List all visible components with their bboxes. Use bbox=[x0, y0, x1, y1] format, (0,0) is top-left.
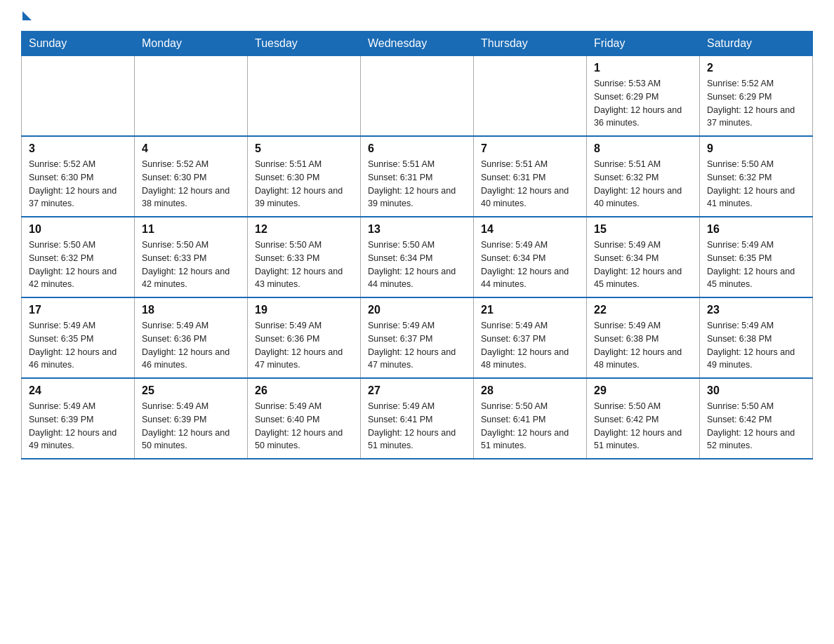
day-of-week-header: Friday bbox=[587, 32, 700, 56]
calendar-cell: 26Sunrise: 5:49 AM Sunset: 6:40 PM Dayli… bbox=[248, 378, 361, 459]
day-number: 1 bbox=[594, 62, 692, 74]
calendar-cell bbox=[22, 56, 135, 137]
day-of-week-header: Monday bbox=[135, 32, 248, 56]
calendar-cell: 30Sunrise: 5:50 AM Sunset: 6:42 PM Dayli… bbox=[700, 378, 813, 459]
calendar-cell bbox=[361, 56, 474, 137]
day-info: Sunrise: 5:50 AM Sunset: 6:33 PM Dayligh… bbox=[255, 239, 353, 291]
calendar-header: SundayMondayTuesdayWednesdayThursdayFrid… bbox=[22, 32, 813, 56]
day-info: Sunrise: 5:51 AM Sunset: 6:31 PM Dayligh… bbox=[481, 158, 579, 210]
day-info: Sunrise: 5:49 AM Sunset: 6:40 PM Dayligh… bbox=[255, 400, 353, 452]
calendar-week-row: 3Sunrise: 5:52 AM Sunset: 6:30 PM Daylig… bbox=[22, 136, 813, 217]
calendar-cell: 16Sunrise: 5:49 AM Sunset: 6:35 PM Dayli… bbox=[700, 217, 813, 297]
calendar-cell: 23Sunrise: 5:49 AM Sunset: 6:38 PM Dayli… bbox=[700, 297, 813, 378]
calendar-body: 1Sunrise: 5:53 AM Sunset: 6:29 PM Daylig… bbox=[22, 56, 813, 459]
day-info: Sunrise: 5:51 AM Sunset: 6:30 PM Dayligh… bbox=[255, 158, 353, 210]
day-number: 15 bbox=[594, 223, 692, 236]
day-number: 23 bbox=[707, 304, 805, 316]
day-info: Sunrise: 5:49 AM Sunset: 6:35 PM Dayligh… bbox=[29, 319, 127, 372]
logo bbox=[21, 14, 32, 20]
day-of-week-header: Wednesday bbox=[361, 32, 474, 56]
day-info: Sunrise: 5:51 AM Sunset: 6:31 PM Dayligh… bbox=[368, 158, 466, 210]
day-number: 13 bbox=[368, 223, 466, 236]
day-info: Sunrise: 5:49 AM Sunset: 6:35 PM Dayligh… bbox=[707, 239, 805, 291]
header bbox=[21, 14, 813, 18]
day-info: Sunrise: 5:52 AM Sunset: 6:30 PM Dayligh… bbox=[29, 158, 127, 210]
calendar-cell bbox=[474, 56, 587, 137]
calendar-cell bbox=[248, 56, 361, 137]
day-number: 16 bbox=[707, 223, 805, 236]
day-info: Sunrise: 5:53 AM Sunset: 6:29 PM Dayligh… bbox=[594, 77, 692, 130]
day-info: Sunrise: 5:50 AM Sunset: 6:33 PM Dayligh… bbox=[142, 239, 240, 291]
calendar-cell: 25Sunrise: 5:49 AM Sunset: 6:39 PM Dayli… bbox=[135, 378, 248, 459]
calendar-cell: 10Sunrise: 5:50 AM Sunset: 6:32 PM Dayli… bbox=[22, 217, 135, 297]
calendar-week-row: 1Sunrise: 5:53 AM Sunset: 6:29 PM Daylig… bbox=[22, 56, 813, 137]
day-info: Sunrise: 5:50 AM Sunset: 6:32 PM Dayligh… bbox=[29, 239, 127, 291]
day-number: 27 bbox=[368, 384, 466, 397]
day-number: 21 bbox=[481, 304, 579, 316]
day-info: Sunrise: 5:51 AM Sunset: 6:32 PM Dayligh… bbox=[594, 158, 692, 210]
day-number: 8 bbox=[594, 142, 692, 155]
day-number: 14 bbox=[481, 223, 579, 236]
calendar-cell: 14Sunrise: 5:49 AM Sunset: 6:34 PM Dayli… bbox=[474, 217, 587, 297]
calendar-cell bbox=[135, 56, 248, 137]
logo-area bbox=[21, 14, 32, 18]
calendar-cell: 18Sunrise: 5:49 AM Sunset: 6:36 PM Dayli… bbox=[135, 297, 248, 378]
day-number: 2 bbox=[707, 62, 805, 74]
day-number: 22 bbox=[594, 304, 692, 316]
calendar-week-row: 10Sunrise: 5:50 AM Sunset: 6:32 PM Dayli… bbox=[22, 217, 813, 297]
day-info: Sunrise: 5:49 AM Sunset: 6:39 PM Dayligh… bbox=[29, 400, 127, 452]
day-number: 4 bbox=[142, 142, 240, 155]
day-number: 7 bbox=[481, 142, 579, 155]
day-info: Sunrise: 5:52 AM Sunset: 6:29 PM Dayligh… bbox=[707, 77, 805, 130]
day-info: Sunrise: 5:52 AM Sunset: 6:30 PM Dayligh… bbox=[142, 158, 240, 210]
day-number: 25 bbox=[142, 384, 240, 397]
days-of-week-row: SundayMondayTuesdayWednesdayThursdayFrid… bbox=[22, 32, 813, 56]
calendar-cell: 4Sunrise: 5:52 AM Sunset: 6:30 PM Daylig… bbox=[135, 136, 248, 217]
calendar-cell: 22Sunrise: 5:49 AM Sunset: 6:38 PM Dayli… bbox=[587, 297, 700, 378]
day-number: 3 bbox=[29, 142, 127, 155]
calendar-cell: 29Sunrise: 5:50 AM Sunset: 6:42 PM Dayli… bbox=[587, 378, 700, 459]
day-info: Sunrise: 5:49 AM Sunset: 6:37 PM Dayligh… bbox=[481, 319, 579, 372]
day-info: Sunrise: 5:50 AM Sunset: 6:41 PM Dayligh… bbox=[481, 400, 579, 452]
day-number: 9 bbox=[707, 142, 805, 155]
calendar-week-row: 17Sunrise: 5:49 AM Sunset: 6:35 PM Dayli… bbox=[22, 297, 813, 378]
day-info: Sunrise: 5:49 AM Sunset: 6:38 PM Dayligh… bbox=[594, 319, 692, 372]
day-number: 12 bbox=[255, 223, 353, 236]
calendar-cell: 11Sunrise: 5:50 AM Sunset: 6:33 PM Dayli… bbox=[135, 217, 248, 297]
calendar-cell: 20Sunrise: 5:49 AM Sunset: 6:37 PM Dayli… bbox=[361, 297, 474, 378]
day-number: 24 bbox=[29, 384, 127, 397]
day-info: Sunrise: 5:49 AM Sunset: 6:41 PM Dayligh… bbox=[368, 400, 466, 452]
day-info: Sunrise: 5:49 AM Sunset: 6:39 PM Dayligh… bbox=[142, 400, 240, 452]
calendar-cell: 7Sunrise: 5:51 AM Sunset: 6:31 PM Daylig… bbox=[474, 136, 587, 217]
calendar-cell: 27Sunrise: 5:49 AM Sunset: 6:41 PM Dayli… bbox=[361, 378, 474, 459]
day-info: Sunrise: 5:49 AM Sunset: 6:36 PM Dayligh… bbox=[142, 319, 240, 372]
day-number: 6 bbox=[368, 142, 466, 155]
day-number: 29 bbox=[594, 384, 692, 397]
calendar-cell: 13Sunrise: 5:50 AM Sunset: 6:34 PM Dayli… bbox=[361, 217, 474, 297]
day-number: 20 bbox=[368, 304, 466, 316]
calendar-cell: 8Sunrise: 5:51 AM Sunset: 6:32 PM Daylig… bbox=[587, 136, 700, 217]
day-number: 18 bbox=[142, 304, 240, 316]
day-number: 17 bbox=[29, 304, 127, 316]
calendar-week-row: 24Sunrise: 5:49 AM Sunset: 6:39 PM Dayli… bbox=[22, 378, 813, 459]
day-number: 28 bbox=[481, 384, 579, 397]
day-number: 10 bbox=[29, 223, 127, 236]
day-info: Sunrise: 5:49 AM Sunset: 6:34 PM Dayligh… bbox=[481, 239, 579, 291]
calendar-cell: 21Sunrise: 5:49 AM Sunset: 6:37 PM Dayli… bbox=[474, 297, 587, 378]
day-of-week-header: Sunday bbox=[22, 32, 135, 56]
calendar-cell: 28Sunrise: 5:50 AM Sunset: 6:41 PM Dayli… bbox=[474, 378, 587, 459]
day-info: Sunrise: 5:50 AM Sunset: 6:42 PM Dayligh… bbox=[594, 400, 692, 452]
calendar-cell: 12Sunrise: 5:50 AM Sunset: 6:33 PM Dayli… bbox=[248, 217, 361, 297]
day-number: 26 bbox=[255, 384, 353, 397]
day-info: Sunrise: 5:49 AM Sunset: 6:34 PM Dayligh… bbox=[594, 239, 692, 291]
calendar-cell: 19Sunrise: 5:49 AM Sunset: 6:36 PM Dayli… bbox=[248, 297, 361, 378]
calendar-cell: 6Sunrise: 5:51 AM Sunset: 6:31 PM Daylig… bbox=[361, 136, 474, 217]
day-number: 30 bbox=[707, 384, 805, 397]
day-info: Sunrise: 5:49 AM Sunset: 6:36 PM Dayligh… bbox=[255, 319, 353, 372]
day-info: Sunrise: 5:49 AM Sunset: 6:38 PM Dayligh… bbox=[707, 319, 805, 372]
day-info: Sunrise: 5:50 AM Sunset: 6:32 PM Dayligh… bbox=[707, 158, 805, 210]
logo-triangle-icon bbox=[22, 11, 32, 20]
day-of-week-header: Saturday bbox=[700, 32, 813, 56]
day-of-week-header: Tuesday bbox=[248, 32, 361, 56]
day-number: 11 bbox=[142, 223, 240, 236]
